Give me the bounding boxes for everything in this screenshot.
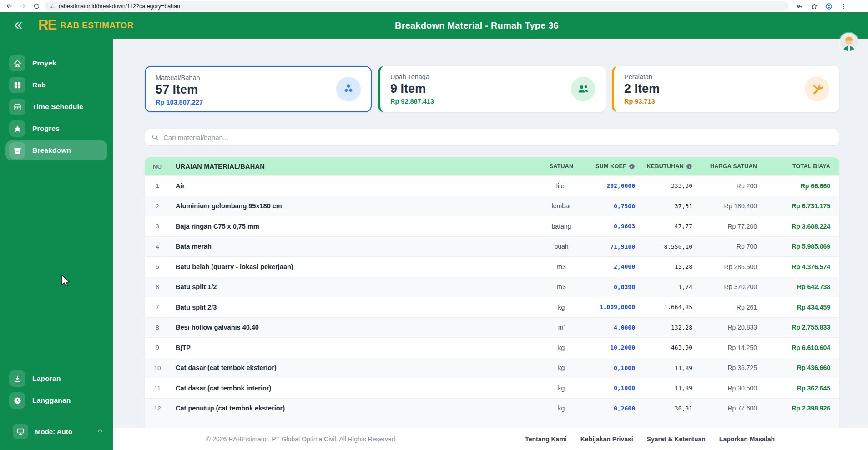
cell-sum-koef: 4,0000: [593, 324, 637, 331]
cell-kebutuhan: 11,89: [637, 365, 694, 371]
cell-satuan: buah: [530, 243, 593, 250]
table-row[interactable]: 4Bata merahbuah71,91008.550,10Rp 700Rp 5…: [145, 236, 839, 257]
cell-uraian: Cat dasar (cat tembok interior): [170, 385, 530, 392]
sidebar-item-time-schedule[interactable]: Time Schedule: [5, 97, 107, 117]
table-row[interactable]: 5Batu belah (quarry - lokasi pekerjaan)m…: [145, 256, 839, 277]
calendar-icon: [9, 99, 25, 115]
info-icon[interactable]: [629, 163, 635, 170]
table-row[interactable]: 10Cat dasar (cat tembok eksterior)kg0,10…: [145, 358, 839, 378]
cell-sum-koef: 71,9100: [593, 243, 637, 250]
footer-link-syarat-ketentuan[interactable]: Syarat & Ketentuan: [647, 435, 706, 443]
user-avatar[interactable]: [840, 33, 858, 51]
cell-satuan: kg: [530, 405, 593, 412]
sidebar-item-progres[interactable]: Progres: [5, 119, 107, 139]
cell-harga-satuan: Rp 700: [694, 243, 760, 250]
table-row[interactable]: 2Aluminium gelombang 95x180 cmlembar0,75…: [145, 196, 839, 216]
sidebar-item-label: Time Schedule: [32, 103, 83, 111]
table-row[interactable]: 6Batu split 1/2m30,03901,74Rp 370.200Rp …: [145, 277, 839, 297]
cell-no: 8: [145, 324, 170, 331]
sidebar-item-rab[interactable]: Rab: [5, 75, 107, 95]
password-key-icon[interactable]: [794, 1, 805, 12]
cell-kebutuhan: 37,31: [637, 203, 694, 210]
table-row[interactable]: 9BjTPkg10,2000463,90Rp 14.250Rp 6.610.60…: [145, 337, 839, 358]
cell-total-biaya: Rp 66.660: [760, 182, 839, 190]
card-count: 2 Item: [624, 82, 829, 96]
footer-links: Tentang Kami Kebijakan Privasi Syarat & …: [525, 435, 775, 443]
card-count: 57 Item: [156, 83, 361, 97]
table-row[interactable]: 12Cat penutup (cat tembok eksterior)kg0,…: [145, 398, 839, 419]
cell-total-biaya: Rp 434.459: [760, 304, 839, 311]
card-upah-tenaga[interactable]: Upah Tenaga 9 Item Rp 92.887.413: [378, 66, 606, 112]
cell-no: 7: [145, 304, 170, 310]
cell-harga-satuan: Rp 20.833: [694, 324, 760, 331]
cell-sum-koef: 0,9603: [593, 223, 637, 230]
screen: rabestimator.id/breakdown/112?category=b…: [0, 0, 868, 450]
home-icon: [9, 55, 25, 71]
column-header-sum-koef: SUM KOEF: [593, 163, 637, 170]
table-row[interactable]: 7Batu split 2/3kg1.009,00001.664,85Rp 26…: [145, 297, 839, 317]
bookmark-star-icon[interactable]: [809, 1, 820, 12]
card-material-bahan[interactable]: Material/Bahan 57 Item Rp 103.807.227: [145, 66, 372, 112]
cell-satuan: batang: [530, 223, 593, 230]
browser-reload-icon[interactable]: [31, 1, 42, 12]
cell-kebutuhan: 47,77: [637, 223, 694, 230]
browser-back-icon[interactable]: [4, 1, 15, 12]
column-header-kebutuhan: KEBUTUHAN: [637, 163, 694, 170]
url-text: rabestimator.id/breakdown/112?category=b…: [59, 3, 180, 10]
column-header-label: HARGA SATUAN: [710, 163, 757, 170]
main-content: Material/Bahan 57 Item Rp 103.807.227 Up…: [113, 39, 868, 450]
browser-profile-icon[interactable]: [823, 1, 834, 12]
cell-satuan: kg: [530, 344, 593, 351]
cell-sum-koef: 2,4000: [593, 263, 637, 270]
cell-uraian: Baja ringan C75 x 0,75 mm: [170, 223, 530, 230]
material-table: NO URAIAN MATERIAL/BAHAN SATUAN SUM KOEF…: [145, 157, 839, 428]
cell-uraian: Cat penutup (cat tembok eksterior): [170, 405, 530, 412]
cell-harga-satuan: Rp 36.725: [694, 364, 760, 371]
sidebar-item-langganan[interactable]: Langganan: [5, 390, 107, 410]
footer-link-kebijakan-privasi[interactable]: Kebijakan Privasi: [580, 435, 633, 443]
cell-no: 2: [145, 203, 170, 210]
cell-sum-koef: 1.009,0000: [593, 304, 637, 310]
browser-menu-dots-icon[interactable]: [838, 1, 849, 12]
browser-forward-icon[interactable]: [17, 1, 28, 12]
cell-no: 5: [145, 263, 170, 270]
table-row[interactable]: 11Cat dasar (cat tembok interior)kg0,100…: [145, 378, 839, 398]
card-label: Upah Tenaga: [390, 73, 595, 80]
footer: © 2026 RABEstimator. PT Global Optima Ci…: [113, 428, 868, 450]
info-icon[interactable]: [686, 163, 692, 170]
table-header: NO URAIAN MATERIAL/BAHAN SATUAN SUM KOEF…: [145, 157, 839, 175]
copyright-text: © 2026 RABEstimator. PT Global Optima Ci…: [206, 435, 397, 443]
cell-uraian: Air: [170, 182, 530, 190]
sidebar-collapse-button[interactable]: [11, 19, 25, 32]
footer-link-tentang-kami[interactable]: Tentang Kami: [525, 435, 567, 443]
cell-satuan: m': [530, 324, 593, 331]
card-amount: Rp 92.887.413: [390, 98, 595, 105]
cell-total-biaya: Rp 2.755.833: [760, 324, 839, 331]
chevron-up-icon: [96, 427, 104, 436]
cell-total-biaya: Rp 6.731.175: [760, 202, 839, 210]
footer-link-laporkan-masalah[interactable]: Laporkan Masalah: [719, 435, 775, 443]
card-amount: Rp 103.807.227: [156, 99, 361, 106]
workers-icon: [571, 77, 595, 101]
cell-total-biaya: Rp 436.660: [760, 364, 839, 371]
sidebar-item-breakdown[interactable]: Breakdown: [5, 140, 107, 160]
search-input[interactable]: [163, 134, 833, 141]
address-bar[interactable]: rabestimator.id/breakdown/112?category=b…: [45, 1, 789, 11]
cell-uraian: Cat dasar (cat tembok eksterior): [170, 364, 530, 371]
table-row[interactable]: 3Baja ringan C75 x 0,75 mmbatang0,960347…: [145, 216, 839, 236]
monitor-icon: [13, 424, 28, 439]
cell-no: 9: [145, 344, 170, 351]
star-icon: [9, 120, 25, 137]
sidebar-item-laporan[interactable]: Laporan: [5, 369, 107, 389]
cell-total-biaya: Rp 3.688.224: [760, 223, 839, 230]
mode-toggle[interactable]: Mode: Auto: [5, 421, 107, 442]
table-row[interactable]: 8Besi hollow galvanis 40.40m'4,0000132,2…: [145, 317, 839, 338]
sidebar-item-proyek[interactable]: Proyek: [5, 53, 107, 73]
cell-kebutuhan: 463,90: [637, 344, 694, 351]
site-settings-icon[interactable]: [49, 3, 55, 9]
sidebar-item-label: Langganan: [32, 396, 71, 405]
table-row[interactable]: 1Airliter202,0000333,30Rp 200Rp 66.660: [145, 175, 839, 196]
search-bar: [145, 129, 839, 146]
clock-icon: [9, 392, 25, 409]
card-peralatan[interactable]: Peralatan 2 Item Rp 93.713: [612, 66, 839, 112]
